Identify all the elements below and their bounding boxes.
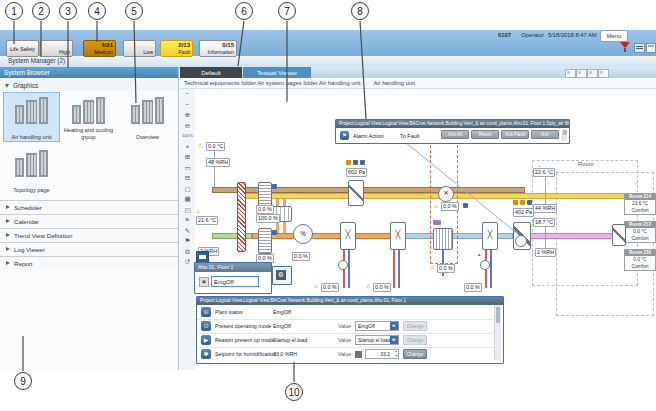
ack-fault-button[interactable]: Ack Fault [501,130,529,139]
valve-reheat-position[interactable]: 0.0 % [464,283,482,292]
sensor-exhaust-rh[interactable]: 48 %RH [206,158,230,167]
alarm-popup-title[interactable]: Project:Logical View.Logical View.BACnet… [336,120,569,128]
reason-dropdown[interactable]: Startup el.load ≣ [355,335,399,345]
change-button[interactable]: Change [403,335,427,345]
valve-cooling-position[interactable]: 0.0 % [373,283,391,292]
alarm-btn-medium[interactable]: 4/21 Medium [83,40,116,57]
alarm-btn-fault[interactable]: 2/13 Fault [160,40,193,57]
breadcrumb-path[interactable]: Technical equipments folder.Air system p… [184,80,361,86]
humidifier-output[interactable]: 0.0 % [437,264,455,273]
ack-button[interactable]: Ack [531,130,559,139]
graphics-section-header[interactable]: Graphics [0,80,178,91]
zoom-in-icon[interactable]: ⊕ [181,110,194,120]
room-card[interactable]: Room 214 23.6 °C Comfort [624,193,656,215]
alarm-btn-life-safety[interactable]: Life Safety [6,40,39,57]
reheat-coil[interactable]: ╳ [482,222,498,250]
sensor-exhaust-pressure[interactable]: 602 Pa [346,168,367,177]
gear-button[interactable]: ⚙ [272,266,292,285]
tile-topology-page[interactable]: Topology page [3,145,60,195]
collapse-icon[interactable]: − [181,89,194,99]
menu-button[interactable]: Menu [600,30,628,42]
change-button[interactable]: Change [403,321,427,331]
event-list-icon[interactable] [634,43,645,53]
tile-heating-cooling-group[interactable]: Heating and cooling group [60,92,117,142]
unit-popup[interactable]: Ahu 01, Floor 1 ▣ EmgOff [194,262,272,294]
spin-up-icon[interactable]: ▴ [395,349,397,353]
damper-oa-command[interactable]: 100.0 % [256,214,280,223]
detail-popup-title[interactable]: Project:Logical View.Logical View.BACnet… [197,297,503,305]
valve-heating-position[interactable]: 0.0 % [321,283,339,292]
marquee-icon[interactable]: ▢ [181,184,194,194]
selector-icon[interactable]: ≣ [390,322,398,330]
accordion-scheduler[interactable]: Scheduler [0,200,178,214]
alarm-popup[interactable]: Project:Logical View.Logical View.BACnet… [335,119,570,144]
humidifier[interactable] [433,228,453,250]
accordion-trend-view-definition[interactable]: Trend View Definition [0,228,178,242]
damper-room-supply[interactable] [612,224,626,246]
layout-icon-4[interactable] [598,69,609,78]
zoom-out-area-icon[interactable]: ⊟ [181,173,194,183]
ack-all-button[interactable]: Ack All [441,130,469,139]
flag-icon[interactable]: ⚑ [181,236,194,246]
spin-down-icon[interactable]: ▾ [395,354,397,358]
sensor-extract-rh[interactable]: 44 %RH [533,204,557,213]
layout-icon-2[interactable] [576,69,587,78]
edit-icon[interactable]: ✎ [181,226,194,236]
detail-popup[interactable]: Project:Logical View.Logical View.BACnet… [196,296,504,364]
room-card[interactable]: Room 212 0.0 °C Comfort [624,221,656,243]
accordion-calendar[interactable]: Calendar [0,214,178,228]
layout-icon-3[interactable] [587,69,598,78]
zoom-level-label[interactable]: 100% [181,131,194,141]
fit-view-icon[interactable]: ⌖ [181,142,194,152]
zoom-area-icon[interactable]: ⊞ [181,152,194,162]
reset-button[interactable]: Reset [471,130,499,139]
tab-textual-viewer[interactable]: Textual Viewer [243,67,311,78]
tile-overview[interactable]: Overview [119,92,176,142]
accordion-log-viewer[interactable]: Log Viewer [0,242,178,256]
exhaust-fan-icon[interactable]: ✕ [438,186,454,202]
tab-default[interactable]: Default [180,67,242,78]
heat-recovery-wheel-icon[interactable]: % [293,224,313,244]
alarm-btn-low[interactable]: Low [123,40,156,57]
change-button[interactable]: Change [403,349,427,359]
damper-oa-position[interactable]: 0.0 % [256,205,274,214]
selector-icon[interactable]: ≣ [390,336,398,344]
alarm-popup-scrollbar[interactable] [562,129,567,141]
undo-icon[interactable]: ↺ [181,257,194,267]
damper-exhaust[interactable] [348,180,364,206]
sensor-exhaust-temp[interactable]: 0.0 °C [206,142,225,151]
layout-icon-1[interactable] [565,69,576,78]
zoom-out-icon[interactable]: ⊖ [181,121,194,131]
air-filter[interactable] [237,182,246,252]
detail-popup-scrollbar[interactable] [494,305,501,360]
window-icon[interactable] [646,43,656,53]
heating-coil[interactable]: ╳ [340,222,356,250]
exhaust-fan-speed[interactable]: 0.0 % [441,202,459,211]
pump-icon[interactable] [338,260,348,270]
tile-air-handling-unit[interactable]: Air handling unit [3,92,60,142]
setpoint-spinner[interactable]: 33.2 ▴ ▾ [365,349,399,359]
copy-icon[interactable]: ⧉ [181,247,194,257]
room-card[interactable]: Room 230 0.0 °C Comfort [624,249,656,271]
accordion-report[interactable]: Report [0,256,178,270]
alarm-btn-high[interactable]: High [40,40,73,57]
slider-handle[interactable] [355,351,362,358]
select-icon[interactable]: ◰ [181,205,194,215]
sensor-supply-temp[interactable]: 18.7 °C [533,218,555,227]
unit-popup-title[interactable]: Ahu 01, Floor 1 [195,263,271,272]
pan-icon[interactable]: ▭ [181,163,194,173]
sensor-return-temp[interactable]: 21.6 °C [196,216,218,225]
system-browser-header[interactable]: System Browser [0,67,178,78]
sensor-supply-rh[interactable]: 2 %RH [535,248,556,257]
wheel-speed[interactable]: 0.0 % [292,252,310,261]
layers-icon[interactable]: ▦ [181,194,194,204]
mode-dropdown[interactable]: EmgOff ≣ [355,321,399,331]
sensor-extract-temp[interactable]: 22.6 °C [533,168,555,177]
operating-mode-field[interactable]: EmgOff [211,276,259,287]
pump-icon[interactable] [480,260,490,270]
cooling-coil[interactable]: ╳ [390,222,406,250]
alarm-btn-information[interactable]: 0/15 Information [199,40,237,57]
list-icon[interactable]: ≡ [181,215,194,225]
sensor-supply-pressure[interactable]: 402 Pa [513,208,534,217]
damper-return-air[interactable] [258,228,272,254]
